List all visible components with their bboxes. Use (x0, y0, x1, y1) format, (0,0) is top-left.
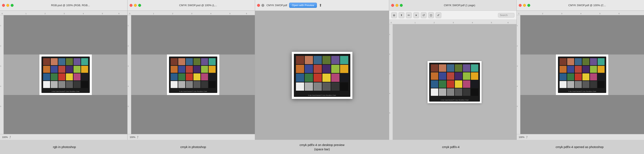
caption-0: rgb in photoshop (0, 143, 129, 151)
color-cell (431, 64, 438, 72)
ruler-left-cmyk-ps: 1 2 3 4 5 (128, 15, 131, 134)
chevron-down-button[interactable]: ▾ (414, 12, 419, 18)
color-cell (194, 73, 200, 80)
minimize-button-2[interactable] (134, 4, 137, 7)
color-cell (194, 66, 200, 73)
color-cell (209, 73, 216, 80)
color-cell (58, 66, 65, 73)
color-cell (463, 80, 470, 88)
share-icon-5[interactable]: ⤴ (526, 135, 528, 139)
color-cell (186, 73, 193, 80)
close-button-ql[interactable] (257, 4, 260, 7)
color-cell (575, 81, 582, 88)
color-cell (43, 73, 50, 80)
pdf-page-preview: X-rite ColorChecker® Color Rendition Cha… (428, 61, 482, 103)
color-cell (567, 66, 574, 73)
color-cell (331, 74, 340, 82)
ruler-tick-3: 3 (64, 13, 65, 15)
open-with-preview-button[interactable]: Open with Preview (289, 3, 317, 8)
ruler-tick-5b: 5 (230, 13, 230, 15)
window-title-ql: CMYK SWOP.pdf (266, 4, 287, 7)
color-cell (43, 66, 50, 73)
zoom-level-5: 100% (519, 136, 524, 138)
ruler-tick-6: 6 (118, 13, 120, 15)
vruler-5: 5 (0, 105, 1, 134)
color-cell (296, 56, 304, 64)
color-cell (439, 72, 446, 80)
colorchecker-rgb: X-rite ColorChecker® Color Rendition Cha… (42, 57, 90, 93)
captions-row: rgb in photoshop cmyk in photoshop cmyk … (0, 140, 644, 154)
titlebar-rgb: RGB.psd @ 100% (RGB, RGB... (0, 0, 127, 11)
cc-label-rgb: X-rite ColorChecker® Color Rendition Cha… (52, 91, 80, 92)
color-cell (322, 74, 330, 82)
close-button-2[interactable] (130, 4, 132, 7)
color-cell (447, 72, 454, 80)
ruler-left-cmyk-open: 1 2 3 4 5 (517, 15, 520, 134)
color-cell (455, 64, 462, 72)
color-cell (575, 66, 582, 73)
close-button-preview[interactable] (391, 4, 394, 7)
color-cell (74, 58, 80, 65)
panel-rgb-photoshop: RGB.psd @ 100% (RGB, RGB... 0 1 2 3 4 5 … (0, 0, 128, 140)
minimize-button[interactable] (6, 4, 9, 7)
cc-label-cmyk-open: X-rite ColorChecker® Color Rendition Cha… (568, 91, 596, 92)
maximize-button-preview[interactable] (400, 4, 403, 7)
color-cell (58, 73, 65, 80)
color-cell (81, 66, 88, 73)
colorchecker-preview: X-rite ColorChecker® Color Rendition Cha… (429, 63, 480, 102)
share-button-preview[interactable]: ⬆ (398, 12, 404, 18)
cc-label-preview: X-rite ColorChecker® Color Rendition Cha… (441, 99, 468, 101)
color-cell (74, 81, 80, 88)
color-cell (74, 73, 80, 80)
color-cell (439, 64, 446, 72)
color-cell (447, 64, 454, 72)
color-cell (560, 58, 566, 65)
close-button[interactable] (2, 4, 5, 7)
canvas-cmyk-ps: 1 2 3 4 5 X-rite ColorChecker® Color Ren… (128, 15, 255, 134)
search-input[interactable]: Search (498, 13, 514, 18)
maximize-button-2[interactable] (138, 4, 141, 7)
maximize-button-cmyk-open[interactable] (527, 4, 530, 7)
color-cell (560, 81, 566, 88)
color-cell (463, 88, 470, 96)
color-cell (51, 81, 58, 88)
ruler-left-rgb: 1 2 3 4 5 (0, 15, 4, 134)
close-button-cmyk-open[interactable] (519, 4, 522, 7)
color-cell (305, 74, 313, 82)
color-cell (296, 65, 304, 73)
color-cell (340, 82, 348, 91)
color-cell (447, 80, 454, 88)
share-icon[interactable]: ⤴ (10, 135, 11, 139)
canvas-preview: 1 2 3 4 5 X-rite ColorChecker® Color Ren… (389, 24, 516, 140)
color-cell (567, 58, 574, 65)
minimize-button-cmyk-open[interactable] (523, 4, 526, 7)
color-cell (463, 72, 470, 80)
ps-canvas-cmyk-ps: X-rite ColorChecker® Color Rendition Cha… (167, 55, 219, 95)
share-icon-ql[interactable]: ⬆ (319, 3, 322, 8)
color-cell (171, 66, 178, 73)
color-cell (560, 66, 566, 73)
cc-label-cmyk-ps: X-rite ColorChecker® Color Rendition Cha… (179, 91, 207, 92)
share-icon-2[interactable]: ⤴ (137, 135, 138, 139)
color-cell (598, 66, 604, 73)
color-cell (66, 81, 73, 88)
zoom-in-button[interactable]: ⊕ (391, 12, 397, 18)
ruler-top-preview: 0 1 2 3 4 5 6 (389, 20, 516, 24)
ruler-top-cmyk-ps: 0 1 2 3 4 5 6 (128, 11, 255, 15)
color-cell (322, 56, 330, 64)
minimize-button-preview[interactable] (396, 4, 398, 7)
pencil-button[interactable]: ✏ (406, 12, 412, 18)
color-cell (567, 73, 574, 80)
zoom-level-2: 100% (130, 136, 135, 138)
color-cell (201, 73, 208, 80)
color-cell (431, 72, 438, 80)
bottombar-cmyk-ps: 100% ⤴ (128, 134, 255, 140)
panel-preview: CMYK SWOP.pdf (1 page) ⊕ ⬆ ✏ ▾ ↺ ⊡ ✐ Sea… (389, 0, 517, 140)
annotate-button[interactable]: ✐ (436, 12, 441, 18)
rotate-left-button[interactable]: ↺ (421, 12, 426, 18)
color-cell (171, 73, 178, 80)
maximize-button[interactable] (11, 4, 14, 7)
colorchecker-ql: X-rite ColorChecker® Color Rendition Cha… (294, 54, 350, 97)
crop-button[interactable]: ⊡ (428, 12, 434, 18)
color-cell (560, 73, 566, 80)
